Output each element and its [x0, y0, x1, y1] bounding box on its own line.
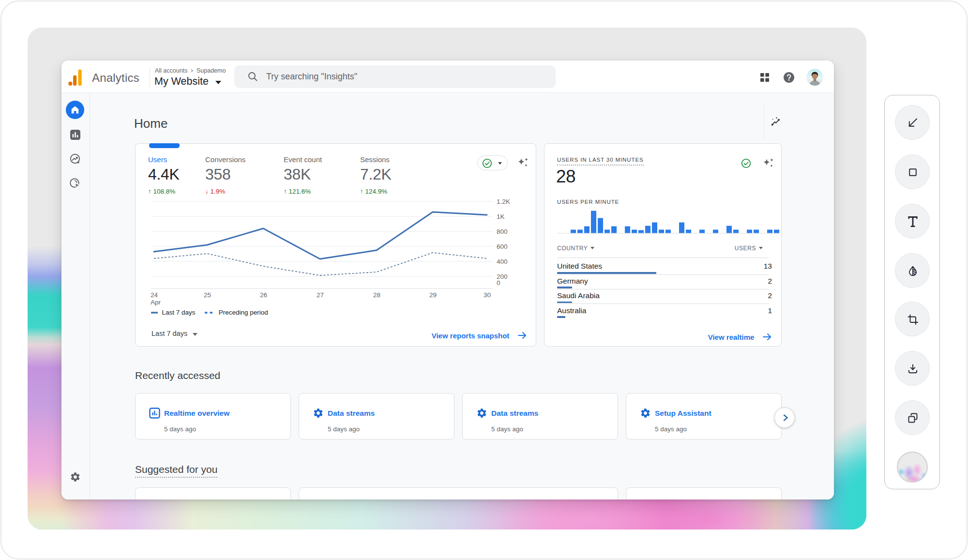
svg-text:1K: 1K: [497, 213, 505, 220]
svg-text:27: 27: [317, 291, 324, 299]
svg-text:600: 600: [497, 243, 508, 250]
svg-text:28: 28: [373, 291, 380, 299]
svg-text:29: 29: [429, 291, 437, 299]
svg-text:26: 26: [260, 291, 267, 299]
svg-text:0: 0: [497, 279, 500, 287]
svg-text:1.2K: 1.2K: [497, 198, 510, 205]
svg-text:25: 25: [204, 291, 211, 299]
svg-text:Apr: Apr: [151, 299, 161, 306]
svg-text:400: 400: [497, 258, 508, 265]
svg-text:30: 30: [484, 291, 491, 299]
svg-text:800: 800: [497, 228, 508, 235]
svg-text:24: 24: [151, 291, 158, 299]
